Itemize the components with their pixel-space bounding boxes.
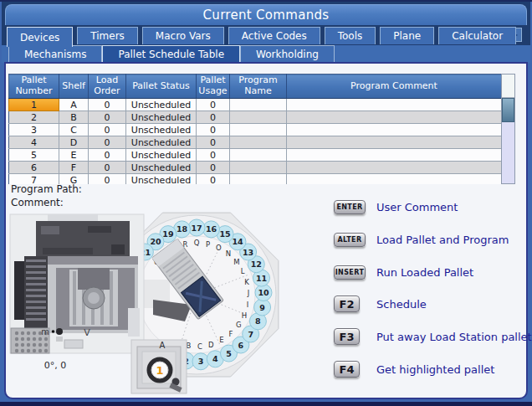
tab-devices[interactable]: Devices — [7, 27, 73, 47]
tab-tools[interactable]: Tools — [325, 27, 376, 44]
cell-pallet_number[interactable]: 5 — [9, 149, 59, 162]
shelf-letter-label: C — [197, 342, 202, 351]
cell-pallet_usage[interactable]: 0 — [197, 111, 230, 124]
cell-shelf[interactable]: B — [59, 111, 89, 124]
station-shelf-letter: A — [160, 341, 166, 350]
shelf-letter-label: L — [241, 267, 245, 275]
key-slot: F3 — [334, 328, 369, 345]
machine-v-label: V — [84, 327, 90, 338]
cell-load_order[interactable]: 0 — [89, 162, 126, 174]
cell-pallet_number[interactable]: 1 — [9, 99, 59, 111]
key-alter[interactable]: ALTER — [334, 233, 366, 247]
cell-pallet_status[interactable]: Unscheduled — [126, 162, 197, 174]
pallet-number-label: 8 — [255, 316, 261, 326]
action-label: Run Loaded Pallet — [376, 266, 473, 279]
table-row[interactable]: 2B0Unscheduled0 — [9, 111, 502, 124]
cell-shelf[interactable]: D — [59, 136, 89, 149]
cell-pallet_usage[interactable]: 0 — [197, 136, 230, 149]
cell-shelf[interactable]: C — [59, 124, 89, 136]
cell-program_name[interactable] — [230, 111, 287, 124]
cell-pallet_number[interactable]: 2 — [9, 111, 59, 124]
tab-pallet-schedule-table[interactable]: Pallet Schedule Table — [102, 45, 240, 63]
key-slot: ENTER — [334, 200, 369, 214]
table-row[interactable]: 4D0Unscheduled0 — [9, 136, 502, 149]
cell-program_comment[interactable] — [287, 174, 502, 185]
pallet-number-label: 18 — [176, 224, 188, 234]
key-f2[interactable]: F2 — [334, 296, 360, 312]
pallet-number-label: 11 — [256, 274, 267, 283]
cell-shelf[interactable]: F — [59, 162, 89, 174]
cell-program_comment[interactable] — [287, 162, 502, 174]
cell-pallet_usage[interactable]: 0 — [197, 162, 230, 174]
cell-program_comment[interactable] — [287, 149, 502, 162]
cell-pallet_status[interactable]: Unscheduled — [126, 124, 197, 136]
pallet-number-label: 10 — [258, 288, 269, 297]
window-title: Current Commands — [203, 8, 330, 23]
pallet-number-label: 4 — [212, 354, 218, 363]
cell-pallet_usage[interactable]: 0 — [197, 149, 230, 162]
tab-timers[interactable]: Timers — [77, 27, 138, 44]
table-row[interactable]: 7G0Unscheduled0 — [9, 174, 502, 185]
cell-program_comment[interactable] — [287, 136, 502, 149]
shelf-letter-label: F — [229, 330, 233, 338]
cell-load_order[interactable]: 0 — [89, 111, 126, 124]
tab-plane[interactable]: Plane — [380, 27, 434, 44]
key-f4[interactable]: F4 — [334, 361, 360, 378]
pallet-number-label: 3 — [198, 357, 204, 366]
key-insert[interactable]: INSERT — [334, 265, 366, 280]
tab-row-2-strip: MechanismsPallet Schedule TableWorkholdi… — [2, 45, 530, 63]
tab-workholding[interactable]: Workholding — [240, 45, 335, 63]
cell-pallet_status[interactable]: Unscheduled — [126, 174, 197, 185]
cell-pallet_number[interactable]: 3 — [9, 124, 59, 136]
shelf-letter-label: G — [236, 321, 242, 329]
tab-macro-vars[interactable]: Macro Vars — [142, 27, 224, 44]
cell-load_order[interactable]: 0 — [89, 149, 126, 162]
cell-program_name[interactable] — [230, 136, 287, 149]
cell-program_name[interactable] — [230, 124, 287, 136]
scrollbar-corner — [502, 75, 514, 98]
shelf-letter-label: E — [219, 336, 223, 344]
table-scrollbar[interactable] — [501, 74, 515, 184]
cell-pallet_status[interactable]: Unscheduled — [126, 149, 197, 162]
table-row[interactable]: 6F0Unscheduled0 — [9, 162, 502, 174]
cell-shelf[interactable]: E — [59, 149, 89, 162]
cell-load_order[interactable]: 0 — [89, 99, 126, 111]
table-row[interactable]: 3C0Unscheduled0 — [9, 124, 502, 136]
tab-mechanisms[interactable]: Mechanisms — [8, 45, 102, 63]
table-row[interactable]: 5E0Unscheduled0 — [9, 149, 502, 162]
tab-active-codes[interactable]: Active Codes — [228, 27, 320, 44]
cell-pallet_status[interactable]: Unscheduled — [126, 99, 197, 111]
cell-program_name[interactable] — [230, 174, 287, 185]
cell-program_comment[interactable] — [287, 111, 502, 124]
cell-program_name[interactable] — [230, 149, 287, 162]
key-enter[interactable]: ENTER — [334, 200, 366, 214]
action-label: Get highlighted pallet — [376, 363, 494, 376]
cell-program_name[interactable] — [230, 162, 287, 174]
cell-pallet_status[interactable]: Unscheduled — [126, 111, 197, 124]
key-slot: INSERT — [334, 265, 369, 280]
cell-pallet_number[interactable]: 6 — [9, 162, 59, 174]
pallet-number-label: 12 — [251, 260, 262, 269]
cell-pallet_usage[interactable]: 0 — [197, 174, 230, 185]
key-f3[interactable]: F3 — [334, 328, 360, 345]
cell-program_comment[interactable] — [287, 124, 502, 136]
cell-load_order[interactable]: 0 — [89, 136, 126, 149]
cell-pallet_number[interactable]: 4 — [9, 136, 59, 149]
cell-load_order[interactable]: 0 — [89, 174, 126, 185]
cell-shelf[interactable]: A — [59, 99, 89, 111]
pallet-table-wrap: Pallet NumberShelfLoad OrderPallet Statu… — [8, 74, 501, 184]
key-slot: F2 — [334, 296, 369, 312]
table-row[interactable]: 1A0Unscheduled0 — [9, 99, 502, 111]
cell-program_name[interactable] — [230, 99, 287, 111]
action-row-load-pallet-and-program: ALTERLoad Pallet and Program — [334, 229, 509, 250]
cell-pallet_status[interactable]: Unscheduled — [126, 136, 197, 149]
tab-calculator[interactable]: Calculator — [438, 27, 516, 44]
cell-program_comment[interactable] — [287, 99, 502, 111]
action-row-user-comment: ENTERUser Comment — [334, 196, 458, 218]
scrollbar-thumb[interactable] — [502, 98, 514, 122]
cell-pallet_usage[interactable]: 0 — [197, 124, 230, 136]
pallet-number-label: 13 — [243, 248, 253, 257]
shelf-letter-label: I — [247, 301, 249, 309]
cell-load_order[interactable]: 0 — [89, 124, 126, 136]
cell-pallet_usage[interactable]: 0 — [197, 99, 230, 111]
